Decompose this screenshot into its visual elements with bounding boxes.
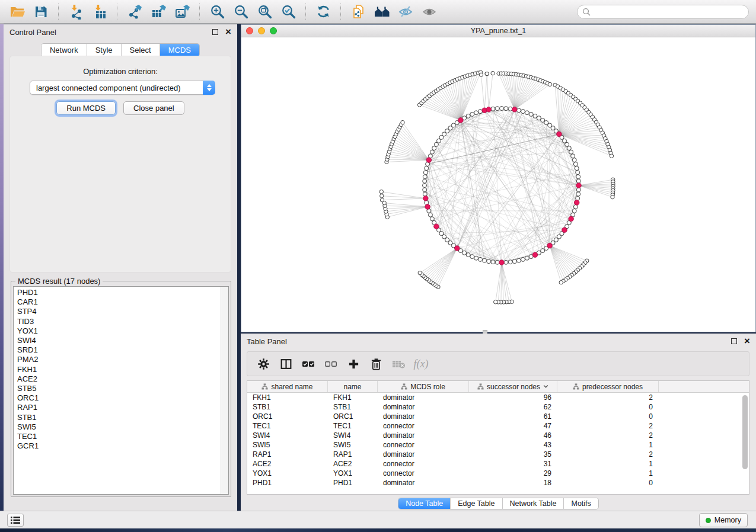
network-node[interactable] [544,121,548,125]
network-node[interactable] [576,196,580,200]
network-hub-node[interactable] [557,132,562,137]
network-node[interactable] [571,154,575,158]
network-node[interactable] [567,146,571,150]
open-button[interactable] [5,2,29,21]
network-hub-node[interactable] [425,204,430,210]
network-node[interactable] [423,171,428,175]
copy-network-button[interactable] [346,2,370,21]
network-node[interactable] [521,110,525,114]
mcds-result-item[interactable]: STP4 [17,307,228,316]
mcds-result-item[interactable]: TID3 [17,317,228,326]
table-tab-motifs[interactable]: Motifs [564,498,598,509]
network-node[interactable] [428,213,432,217]
float-panel-icon[interactable] [212,29,218,35]
run-mcds-button[interactable]: Run MCDS [56,101,116,115]
network-hub-node[interactable] [547,243,553,248]
network-node[interactable] [504,260,508,264]
network-node[interactable] [512,259,516,264]
network-node[interactable] [423,175,427,179]
zoom-fit-button[interactable] [253,2,276,21]
network-node[interactable] [423,179,427,183]
network-hub-node[interactable] [532,252,538,258]
network-node[interactable] [423,184,427,188]
network-leaf-node[interactable] [559,281,563,284]
network-node[interactable] [430,217,434,221]
network-hub-node[interactable] [512,107,518,113]
export-image-button[interactable] [170,2,194,21]
network-node[interactable] [576,192,580,196]
network-node[interactable] [533,114,537,118]
network-node[interactable] [425,166,429,171]
tab-select[interactable]: Select [122,44,160,56]
mcds-result-item[interactable]: SRD1 [17,345,228,355]
network-node[interactable] [569,150,573,154]
network-hub-node[interactable] [455,246,460,251]
network-node[interactable] [508,260,512,264]
mcds-result-item[interactable]: RAP1 [17,403,228,412]
column-header-shared-name[interactable]: shared name [247,381,328,392]
table-row[interactable]: SWI4SWI4dominator462 [247,431,749,440]
network-leaf-node[interactable] [491,71,495,75]
network-node[interactable] [576,179,580,183]
mcds-result-item[interactable]: YOX1 [17,326,228,336]
network-hub-node[interactable] [569,216,574,222]
mcds-result-item[interactable]: SWI5 [17,422,228,432]
network-node[interactable] [462,251,467,255]
mcds-result-item[interactable]: STB5 [17,384,228,393]
network-node[interactable] [516,108,521,113]
import-table-button[interactable] [88,2,111,21]
network-node[interactable] [474,256,479,260]
network-node[interactable] [525,111,529,115]
show-all-button[interactable] [417,2,441,21]
table-tab-node-table[interactable]: Node Table [398,498,451,509]
network-leaf-node[interactable] [379,190,383,193]
table-row[interactable]: PHD1PHD1dominator180 [247,478,749,488]
result-list-scrollbar[interactable] [221,287,228,494]
network-hub-node[interactable] [426,158,432,163]
select-all-rows-button[interactable] [299,355,317,373]
table-row[interactable]: ACE2ACE2connector311 [247,459,749,469]
network-node[interactable] [508,107,512,111]
close-panel-icon[interactable]: × [225,29,231,35]
table-settings-button[interactable] [254,355,272,373]
network-node[interactable] [576,171,580,175]
network-leaf-node[interactable] [610,154,613,158]
tab-style[interactable]: Style [87,44,122,56]
network-node[interactable] [466,114,470,118]
network-node[interactable] [495,107,499,111]
refresh-button[interactable] [311,2,335,21]
network-node[interactable] [572,158,576,162]
tab-mcds[interactable]: MCDS [160,44,199,56]
network-leaf-node[interactable] [479,73,483,76]
mcds-result-item[interactable]: CAR1 [17,297,228,307]
network-leaf-node[interactable] [380,198,384,202]
network-leaf-node[interactable] [401,120,404,124]
network-node[interactable] [572,209,576,213]
import-network-button[interactable] [64,2,88,21]
column-header-successor-nodes[interactable]: successor nodes [469,381,557,392]
network-node[interactable] [576,175,580,179]
criterion-dropdown[interactable]: largest connected component (undirected) [30,81,215,95]
network-window-titlebar[interactable]: YPA_prune.txt_1 [241,25,755,37]
table-tab-network-table[interactable]: Network Table [503,498,564,509]
network-node[interactable] [525,256,529,260]
network-hub-node[interactable] [576,183,582,188]
memory-button[interactable]: Memory [699,513,748,527]
network-node[interactable] [504,107,508,111]
search-box[interactable] [577,5,749,19]
network-hub-node[interactable] [574,200,579,206]
network-node[interactable] [479,257,483,261]
close-table-panel-icon[interactable]: × [744,338,750,344]
save-button[interactable] [29,2,53,21]
search-input[interactable] [594,8,748,16]
table-tab-edge-table[interactable]: Edge Table [451,498,502,509]
network-node[interactable] [466,253,470,257]
mcds-result-item[interactable]: STB1 [17,413,228,422]
mcds-result-item[interactable]: PMA2 [17,355,228,364]
add-column-button[interactable] [344,355,362,373]
network-leaf-node[interactable] [380,194,384,198]
network-node[interactable] [437,139,441,143]
network-hub-node[interactable] [458,118,464,123]
network-node[interactable] [537,116,541,120]
table-row[interactable]: SWI5SWI5connector431 [247,440,749,450]
